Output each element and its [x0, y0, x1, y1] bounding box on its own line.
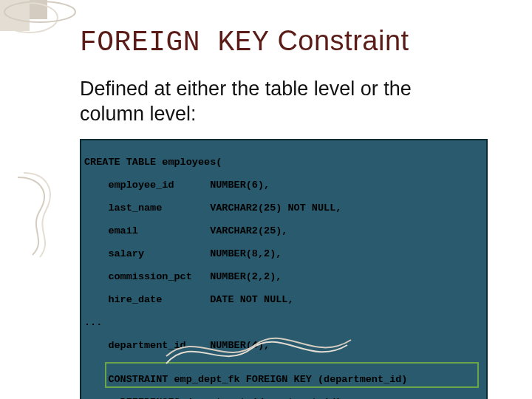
- code-line: commission_pct NUMBER(2,2),: [84, 271, 483, 283]
- slide-title: FOREIGN KEY Constraint: [80, 25, 488, 58]
- code-line: last_name VARCHAR2(25) NOT NULL,: [84, 202, 483, 214]
- title-serif: Constraint: [269, 25, 409, 56]
- code-line: employee_id NUMBER(6),: [84, 180, 483, 191]
- title-mono: FOREIGN KEY: [80, 27, 269, 58]
- bottom-swirl-decoration: [163, 327, 355, 378]
- code-line: email VARCHAR2(25),: [84, 225, 483, 237]
- svg-rect-1: [0, 0, 30, 31]
- svg-point-2: [1, 3, 58, 33]
- corner-decoration: [0, 0, 89, 37]
- left-swirl-decoration: [10, 170, 62, 259]
- slide-subtitle: Defined at either the table level or the…: [80, 77, 480, 127]
- slide: FOREIGN KEY Constraint Defined at either…: [0, 0, 532, 399]
- svg-rect-0: [0, 0, 47, 19]
- code-line: CREATE TABLE employees(: [84, 157, 483, 168]
- svg-point-3: [4, 1, 75, 22]
- code-line: salary NUMBER(8,2),: [84, 248, 483, 260]
- code-line: hire_date DATE NOT NULL,: [84, 294, 483, 306]
